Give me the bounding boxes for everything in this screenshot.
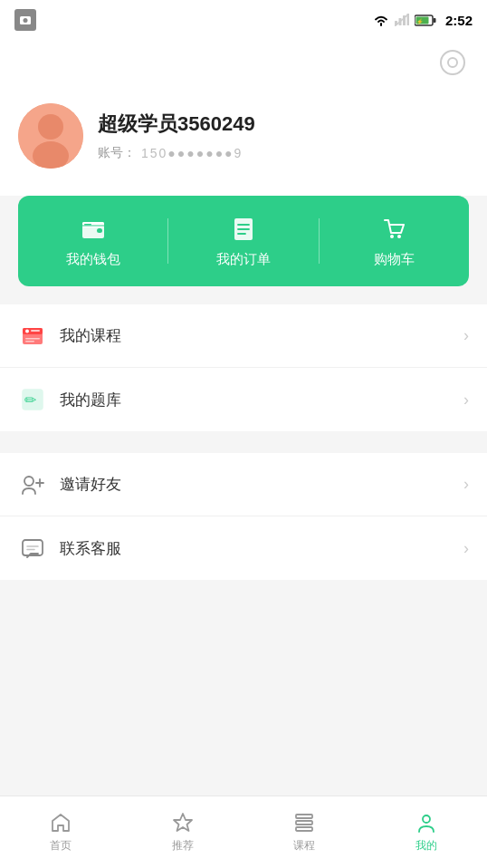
svg-rect-19	[84, 224, 91, 226]
svg-rect-18	[97, 228, 102, 233]
svg-rect-41	[296, 815, 312, 818]
svg-point-12	[448, 58, 457, 67]
support-icon	[18, 534, 47, 563]
profile-account: 账号： 150●●●●●●●9	[98, 145, 469, 161]
wallet-icon	[79, 215, 108, 244]
section-gap-1	[0, 442, 487, 453]
contact-support-label: 联系客服	[60, 538, 451, 559]
svg-text:⚡: ⚡	[416, 18, 424, 25]
camera-icon	[14, 9, 36, 31]
nav-home-label: 首页	[50, 838, 72, 854]
svg-point-44	[423, 815, 430, 823]
settings-button[interactable]	[436, 46, 469, 79]
menu-section-2: 邀请好友 › 联系客服 ›	[0, 453, 487, 580]
svg-point-14	[38, 114, 63, 140]
chevron-right-2: ›	[463, 391, 469, 410]
nav-course[interactable]: 课程	[244, 796, 366, 868]
avatar	[18, 103, 83, 169]
course-icon	[18, 322, 47, 351]
nav-mine-label: 我的	[415, 838, 437, 854]
svg-rect-43	[296, 827, 312, 831]
wifi-icon	[373, 14, 389, 26]
profile-info: 超级学员3560249 账号： 150●●●●●●●9	[98, 111, 469, 161]
status-bar: ⚡ 2:52	[0, 0, 487, 40]
nav-mine[interactable]: 我的	[366, 796, 488, 868]
cart-label: 购物车	[374, 251, 415, 268]
questions-icon: ✏	[18, 385, 47, 414]
nav-recommend-label: 推荐	[172, 838, 194, 854]
top-bar	[0, 40, 487, 85]
account-value: 150●●●●●●●9	[141, 146, 243, 160]
svg-marker-40	[174, 814, 192, 831]
svg-rect-29	[31, 330, 40, 332]
svg-point-34	[24, 477, 33, 486]
bottom-nav: 首页 推荐 课程 我的	[0, 796, 487, 868]
menu-section-1: 我的课程 › ✏ 我的题库 ›	[0, 304, 487, 431]
order-icon	[229, 215, 258, 244]
my-questions-item[interactable]: ✏ 我的题库 ›	[0, 368, 487, 431]
svg-rect-8	[433, 18, 435, 23]
cart-icon	[379, 215, 408, 244]
nav-home[interactable]: 首页	[0, 796, 122, 868]
svg-point-24	[390, 235, 394, 238]
svg-point-1	[24, 18, 28, 23]
section-gap-2	[0, 591, 487, 602]
invite-friends-label: 邀请好友	[60, 474, 451, 495]
order-label: 我的订单	[216, 251, 271, 268]
course-nav-icon	[292, 811, 316, 834]
svg-point-28	[25, 329, 29, 333]
wallet-button[interactable]: 我的钱包	[18, 196, 167, 286]
contact-support-item[interactable]: 联系客服 ›	[0, 516, 487, 580]
my-course-item[interactable]: 我的课程 ›	[0, 304, 487, 368]
my-questions-label: 我的题库	[60, 390, 451, 410]
home-icon	[49, 811, 72, 834]
svg-rect-30	[25, 338, 40, 340]
recommend-icon	[171, 811, 195, 834]
nav-course-label: 课程	[293, 838, 315, 854]
mine-icon	[415, 811, 438, 834]
svg-rect-42	[296, 821, 312, 825]
account-label: 账号：	[98, 145, 136, 161]
nav-recommend[interactable]: 推荐	[122, 796, 244, 868]
signal-icon	[395, 14, 409, 26]
invite-friends-item[interactable]: 邀请好友 ›	[0, 453, 487, 516]
invite-icon	[18, 470, 47, 499]
svg-text:✏: ✏	[24, 392, 37, 408]
battery-icon: ⚡	[415, 14, 436, 26]
profile-section: 超级学员3560249 账号： 150●●●●●●●9	[0, 85, 487, 196]
svg-point-25	[397, 235, 401, 238]
svg-point-11	[441, 51, 464, 74]
svg-rect-31	[25, 341, 34, 342]
order-button[interactable]: 我的订单	[168, 196, 318, 286]
chevron-right-4: ›	[463, 539, 469, 558]
wallet-label: 我的钱包	[66, 251, 120, 268]
chevron-right-3: ›	[463, 475, 469, 494]
profile-name: 超级学员3560249	[98, 111, 469, 138]
chevron-right-1: ›	[463, 326, 469, 345]
status-time: 2:52	[445, 13, 473, 28]
cart-button[interactable]: 购物车	[320, 196, 469, 286]
action-bar: 我的钱包 我的订单 购物车	[18, 196, 469, 286]
my-course-label: 我的课程	[60, 325, 451, 346]
